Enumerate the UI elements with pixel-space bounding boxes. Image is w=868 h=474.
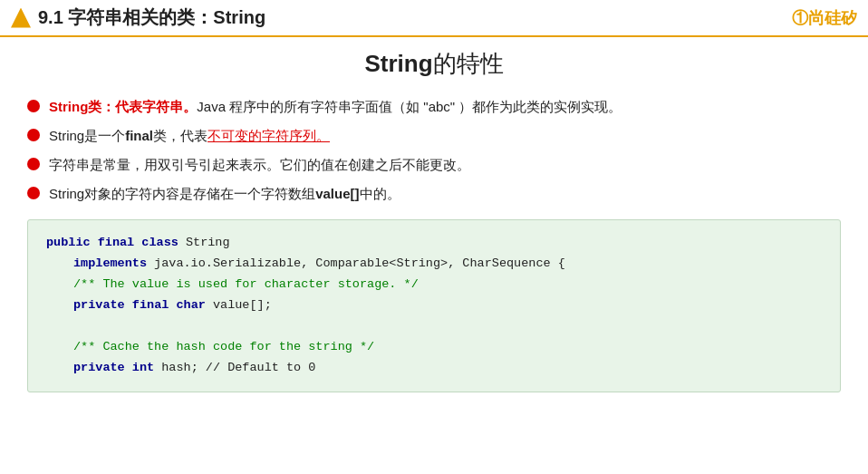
text-segment: String类：代表字符串。 — [49, 99, 197, 114]
list-item-text: String对象的字符内容是存储在一个字符数组value[]中的。 — [49, 183, 400, 205]
code-comment: /** The value is used for character stor… — [73, 277, 419, 291]
code-line-3: /** The value is used for character stor… — [46, 275, 822, 295]
code-line-7: private int hash; // Default to 0 — [46, 358, 822, 379]
text-segment: value[] — [315, 186, 359, 201]
code-keyword: public — [46, 236, 91, 249]
code-line-4: private final char value[]; — [46, 295, 822, 316]
code-normal: hash; // Default to 0 — [161, 361, 315, 374]
list-item: String是一个final类，代表不可变的字符序列。 — [27, 125, 841, 147]
triangle-icon — [11, 8, 31, 28]
code-normal: value[]; — [213, 298, 272, 312]
header-title: 9.1 字符串相关的类：String — [38, 5, 792, 30]
code-keyword: private — [73, 361, 125, 374]
code-block: public final class String implements jav… — [27, 219, 841, 392]
code-line-2: implements java.io.Serializable, Compara… — [46, 254, 822, 275]
code-line-6: /** Cache the hash code for the string *… — [46, 337, 822, 358]
code-keyword: class — [141, 236, 178, 249]
list-item: String类：代表字符串。Java 程序中的所有字符串字面值（如 "abc" … — [27, 96, 841, 118]
code-keyword: int — [132, 361, 154, 374]
main-content: String的特性 String类：代表字符串。Java 程序中的所有字符串字面… — [0, 37, 868, 401]
list-item: String对象的字符内容是存储在一个字符数组value[]中的。 — [27, 183, 841, 205]
list-item-text: String是一个final类，代表不可变的字符序列。 — [49, 125, 330, 147]
bullet-icon — [27, 158, 40, 170]
header: 9.1 字符串相关的类：String ①尚硅矽 — [0, 0, 868, 37]
code-keyword: private — [73, 298, 125, 312]
bullet-list: String类：代表字符串。Java 程序中的所有字符串字面值（如 "abc" … — [27, 96, 841, 205]
bullet-icon — [27, 100, 40, 112]
bullet-icon — [27, 187, 40, 199]
list-item-text: 字符串是常量，用双引号引起来表示。它们的值在创建之后不能更改。 — [49, 154, 470, 176]
text-segment: 类，代表 — [153, 128, 207, 143]
page-title-suffix: 的特性 — [433, 50, 504, 77]
bullet-icon — [27, 129, 40, 141]
code-comment: /** Cache the hash code for the string *… — [73, 340, 374, 353]
code-line-1: public final class String — [46, 233, 822, 254]
code-keyword: final — [98, 236, 135, 249]
text-segment: Java 程序中的所有字符串字面值（如 "abc" ）都作为此类的实例实现。 — [197, 99, 622, 114]
text-segment: String是一个 — [49, 128, 125, 143]
code-keyword: implements — [73, 256, 147, 270]
code-line-5 — [46, 316, 822, 337]
text-segment: final — [125, 128, 153, 143]
code-normal: java.io.Serializable, Comparable<String>… — [147, 256, 565, 270]
text-segment: 不可变的字符序列。 — [207, 128, 330, 143]
code-keyword: char — [176, 298, 205, 312]
code-class-name: String — [186, 236, 230, 249]
code-keyword: final — [132, 298, 169, 312]
page-title: String的特性 — [27, 48, 841, 80]
header-logo: ①尚硅矽 — [792, 7, 857, 29]
page-title-strong: String — [364, 50, 432, 77]
list-item-text: String类：代表字符串。Java 程序中的所有字符串字面值（如 "abc" … — [49, 96, 622, 118]
list-item: 字符串是常量，用双引号引起来表示。它们的值在创建之后不能更改。 — [27, 154, 841, 176]
